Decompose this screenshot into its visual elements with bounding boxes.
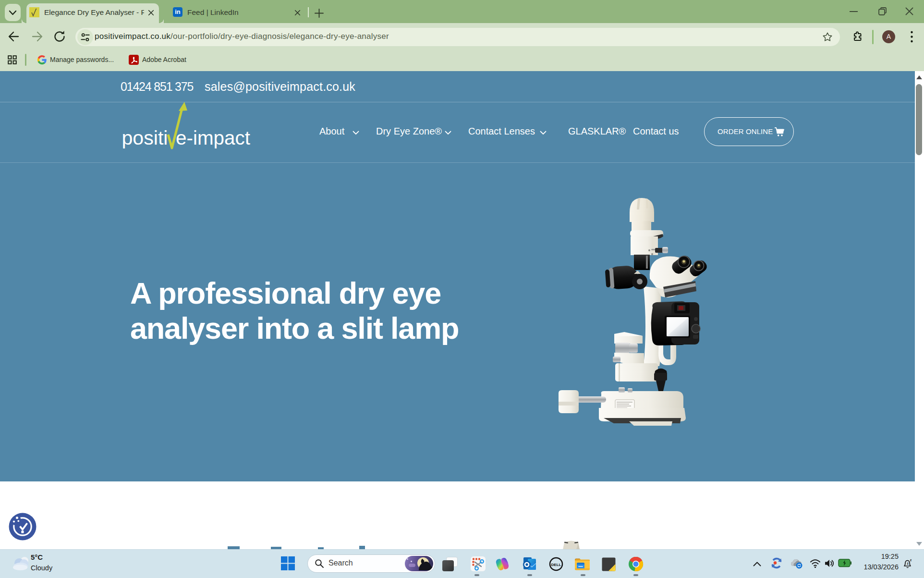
svg-text:DELL: DELL — [551, 563, 561, 567]
svg-text:positi: positi — [122, 127, 168, 148]
svg-text:e-impact: e-impact — [176, 127, 250, 148]
svg-text:z: z — [907, 561, 909, 566]
svg-text:z: z — [910, 558, 912, 562]
